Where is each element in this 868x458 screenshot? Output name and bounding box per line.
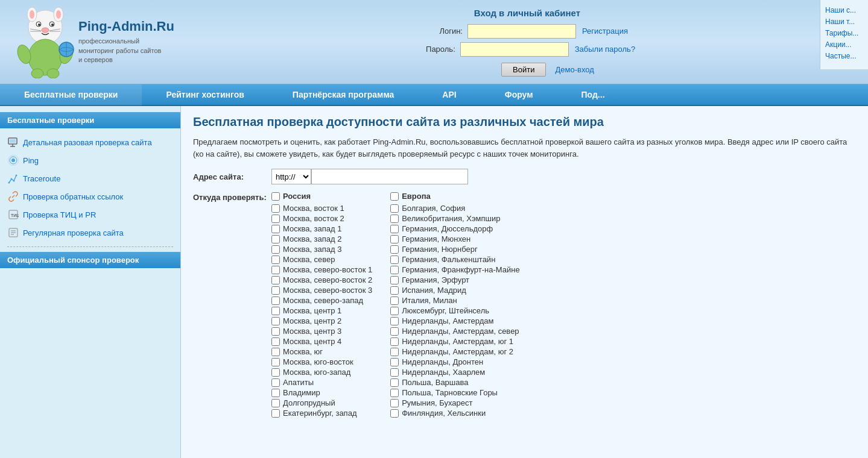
europe-location-label: Германия, Франкфурт-на-Майне xyxy=(402,265,519,274)
europe-location-checkbox[interactable] xyxy=(390,266,399,274)
sidebar-item-backlinks-label: Проверка обратных ссылок xyxy=(23,192,123,201)
navbar: Бесплатные проверки Рейтинг хостингов Па… xyxy=(0,84,868,106)
russia-location-checkbox[interactable] xyxy=(271,307,280,315)
europe-location-checkbox[interactable] xyxy=(390,348,399,356)
russia-location-checkbox[interactable] xyxy=(271,348,280,356)
protocol-select[interactable]: http:// https:// xyxy=(271,169,311,184)
russia-location-checkbox[interactable] xyxy=(271,215,280,223)
europe-location-checkbox[interactable] xyxy=(390,245,399,254)
nav-item-partner[interactable]: Партнёрская программа xyxy=(268,84,419,105)
sidebar-item-detail[interactable]: Детальная разовая проверка сайта xyxy=(0,133,180,151)
europe-location-item: Нидерланды, Амстердам, юг 1 xyxy=(390,337,519,346)
europe-location-checkbox[interactable] xyxy=(390,235,399,243)
russia-location-checkbox[interactable] xyxy=(271,317,280,325)
europe-location-checkbox[interactable] xyxy=(390,276,399,284)
russia-column: Россия Москва, восток 1 Москва, восток 2… xyxy=(271,192,372,419)
nav-item-ratings[interactable]: Рейтинг хостингов xyxy=(142,84,268,105)
nav-item-forum[interactable]: Форум xyxy=(481,84,557,105)
europe-location-item: Германия, Эрфурт xyxy=(390,275,519,284)
url-input[interactable] xyxy=(311,169,468,184)
right-nav-item-1[interactable]: Наши т... xyxy=(825,17,863,26)
russia-location-label: Москва, восток 2 xyxy=(283,214,344,223)
password-label: Пароль: xyxy=(419,45,455,54)
russia-location-checkbox[interactable] xyxy=(271,276,280,284)
right-nav-item-0[interactable]: Наши с... xyxy=(825,6,863,14)
russia-location-checkbox[interactable] xyxy=(271,409,280,418)
login-input[interactable] xyxy=(467,24,576,39)
logo-title-link[interactable]: Ping-Admin.Ru xyxy=(78,19,174,34)
russia-location-checkbox[interactable] xyxy=(271,389,280,397)
russia-location-checkbox[interactable] xyxy=(271,286,280,295)
russia-location-checkbox[interactable] xyxy=(271,204,280,213)
nav-item-api[interactable]: API xyxy=(418,84,480,105)
europe-location-label: Польша, Варшава xyxy=(402,378,468,387)
russia-location-checkbox[interactable] xyxy=(271,378,280,387)
europe-location-checkbox[interactable] xyxy=(390,307,399,315)
russia-group-label: Россия xyxy=(283,192,311,201)
europe-location-checkbox[interactable] xyxy=(390,389,399,397)
europe-location-checkbox[interactable] xyxy=(390,409,399,418)
europe-location-checkbox[interactable] xyxy=(390,296,399,305)
europe-location-item: Румыния, Бухарест xyxy=(390,398,519,407)
sidebar: Бесплатные проверки Детальная разовая пр… xyxy=(0,106,181,458)
europe-location-checkbox[interactable] xyxy=(390,399,399,407)
russia-location-label: Москва, юг xyxy=(283,347,323,356)
europe-location-checkbox[interactable] xyxy=(390,256,399,264)
forgot-link[interactable]: Забыли пароль? xyxy=(575,45,635,54)
russia-location-checkbox[interactable] xyxy=(271,296,280,305)
address-label: Адрес сайта: xyxy=(193,172,271,181)
register-link[interactable]: Регистрация xyxy=(582,27,628,36)
europe-group-checkbox[interactable] xyxy=(390,192,399,201)
europe-location-label: Германия, Эрфурт xyxy=(402,275,469,284)
russia-group-header: Россия xyxy=(271,192,372,201)
europe-location-checkbox[interactable] xyxy=(390,358,399,366)
russia-location-label: Владимир xyxy=(283,388,320,397)
europe-group-label: Европа xyxy=(402,192,431,201)
locations-container: Россия Москва, восток 1 Москва, восток 2… xyxy=(271,192,520,419)
russia-location-checkbox[interactable] xyxy=(271,327,280,336)
europe-location-checkbox[interactable] xyxy=(390,215,399,223)
russia-location-checkbox[interactable] xyxy=(271,399,280,407)
russia-location-checkbox[interactable] xyxy=(271,266,280,274)
sidebar-item-backlinks[interactable]: Проверка обратных ссылок xyxy=(0,187,180,205)
nav-item-free-checks[interactable]: Бесплатные проверки xyxy=(0,84,142,105)
europe-location-checkbox[interactable] xyxy=(390,337,399,346)
russia-location-checkbox[interactable] xyxy=(271,256,280,264)
europe-location-checkbox[interactable] xyxy=(390,378,399,387)
russia-location-item: Апатиты xyxy=(271,378,372,387)
europe-location-checkbox[interactable] xyxy=(390,327,399,336)
russia-location-item: Москва, восток 1 xyxy=(271,204,372,213)
russia-location-label: Москва, центр 2 xyxy=(283,316,341,325)
europe-location-checkbox[interactable] xyxy=(390,204,399,213)
sidebar-item-traceroute[interactable]: Traceroute xyxy=(0,169,180,187)
svg-point-29 xyxy=(11,178,13,180)
russia-location-checkbox[interactable] xyxy=(271,235,280,243)
russia-location-checkbox[interactable] xyxy=(271,358,280,366)
russia-location-checkbox[interactable] xyxy=(271,245,280,254)
europe-location-label: Великобритания, Хэмпшир xyxy=(402,214,500,223)
right-nav-item-2[interactable]: Тарифы... xyxy=(825,29,863,37)
europe-location-checkbox[interactable] xyxy=(390,286,399,295)
russia-group-checkbox[interactable] xyxy=(271,192,280,201)
right-nav-item-4[interactable]: Частые... xyxy=(825,52,863,60)
sidebar-item-tiz[interactable]: TИЦ Проверка ТИЦ и PR xyxy=(0,205,180,224)
sidebar-item-ping[interactable]: Ping xyxy=(0,151,180,169)
russia-location-checkbox[interactable] xyxy=(271,368,280,377)
europe-location-checkbox[interactable] xyxy=(390,317,399,325)
demo-link[interactable]: Демо-вход xyxy=(555,65,594,74)
svg-point-25 xyxy=(11,158,15,162)
europe-location-checkbox[interactable] xyxy=(390,225,399,233)
login-button[interactable]: Войти xyxy=(501,63,546,77)
russia-location-checkbox[interactable] xyxy=(271,225,280,233)
europe-location-checkbox[interactable] xyxy=(390,368,399,377)
logo-area: Ping-Admin.Ru профессиональный мониторин… xyxy=(0,6,186,78)
monitor-icon xyxy=(7,136,19,148)
sidebar-item-regular[interactable]: Регулярная проверка сайта xyxy=(0,224,180,242)
svg-point-8 xyxy=(51,24,54,26)
right-nav-item-3[interactable]: Акции... xyxy=(825,40,863,49)
russia-location-checkbox[interactable] xyxy=(271,337,280,346)
password-input[interactable] xyxy=(460,42,569,57)
russia-location-item: Москва, север xyxy=(271,255,372,264)
nav-item-more[interactable]: Под... xyxy=(557,84,629,105)
russia-location-label: Москва, северо-восток 3 xyxy=(283,286,372,295)
